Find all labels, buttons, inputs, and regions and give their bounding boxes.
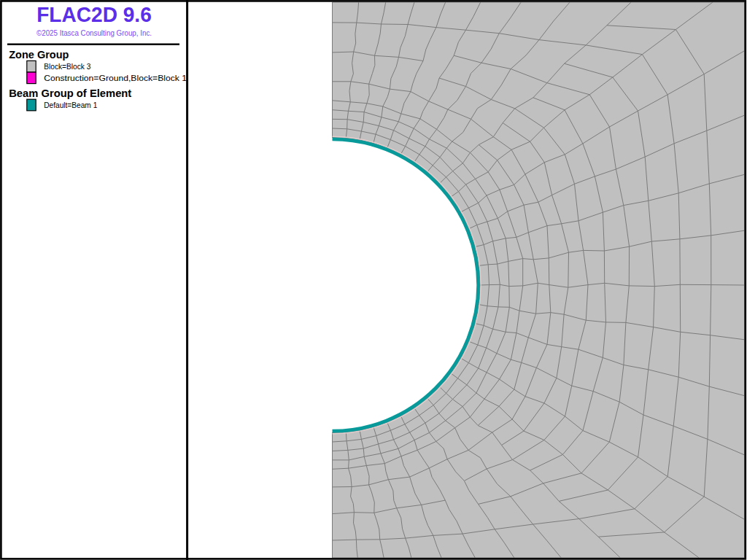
svg-text:©2025 Itasca Consulting Group,: ©2025 Itasca Consulting Group, Inc. [36,28,152,37]
svg-text:Construction=Ground,Block=Bloc: Construction=Ground,Block=Block 1 [44,74,187,82]
svg-text:Block=Block 3: Block=Block 3 [44,62,90,71]
svg-text:Zone Group: Zone Group [9,48,69,61]
svg-text:FLAC2D 9.6: FLAC2D 9.6 [36,3,152,26]
svg-text:Beam Group of Element: Beam Group of Element [9,87,131,99]
svg-text:Default=Beam 1: Default=Beam 1 [44,101,97,109]
